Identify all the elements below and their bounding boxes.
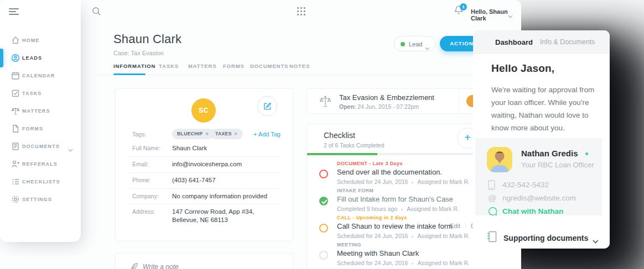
sidebar-item-label: LEADS bbox=[22, 55, 42, 61]
task-schedule: Scheduled for 24 Jun, 2016 bbox=[337, 178, 408, 185]
tab-matters[interactable]: MATTERS bbox=[188, 63, 217, 69]
edit-profile-button[interactable] bbox=[257, 96, 277, 116]
page-title: Shaun Clark bbox=[113, 32, 181, 46]
field-company: Company: No company information provided bbox=[116, 191, 294, 204]
chat-with-nathan-link[interactable]: Chat with Nathan bbox=[502, 207, 563, 215]
field-value: info@invoicesherpa.com bbox=[172, 160, 242, 168]
refferals-icon bbox=[11, 160, 20, 168]
calendar-icon bbox=[11, 71, 20, 80]
sidebar-item-checklists[interactable]: CHECKLISTS bbox=[0, 173, 81, 191]
leads-icon bbox=[11, 54, 20, 62]
sidebar-item-label: TASKS bbox=[22, 91, 41, 96]
sidebar-item-forms[interactable]: FORMS bbox=[0, 120, 81, 138]
tags-label: Tags: bbox=[132, 131, 146, 138]
field-label: Email: bbox=[132, 161, 148, 167]
field-value: (403) 641-7457 bbox=[172, 176, 216, 184]
sidebar-item-home[interactable]: HOME bbox=[0, 31, 81, 49]
edit-task-link[interactable]: Edit bbox=[450, 223, 460, 229]
panel-tab-bar: Dashboard Info & Documents bbox=[473, 30, 610, 54]
write-note-card[interactable]: Write a note bbox=[115, 253, 293, 269]
task-checkbox[interactable] bbox=[319, 251, 328, 260]
panel-tab-dashboard[interactable]: Dashboard bbox=[495, 38, 533, 46]
task-title: Meeting with Shaun Clark bbox=[337, 249, 419, 257]
task-meta: Completed 9 hours agoAssigned to Mark R. bbox=[337, 205, 459, 212]
notifications-bell-icon[interactable]: 1 bbox=[454, 5, 466, 16]
panel-tab-info-documents[interactable]: Info & Documents bbox=[540, 38, 595, 46]
chat-row[interactable]: Chat with Nathan bbox=[475, 206, 602, 218]
sidebar-item-label: SETTINGS bbox=[22, 197, 52, 202]
matters-icon bbox=[11, 107, 20, 115]
home-icon bbox=[11, 36, 20, 45]
sidebar-item-matters[interactable]: MATTERS bbox=[0, 102, 81, 120]
task-assignee: Assigned to Mark R. bbox=[417, 178, 470, 185]
checklist-progress-text: 2 of 6 Tasks Completed bbox=[324, 142, 385, 149]
remove-tag-icon[interactable]: ✕ bbox=[205, 131, 209, 136]
sidebar-item-settings[interactable]: SETTINGS bbox=[0, 191, 81, 208]
field-phone: Phone: (403) 641-7457 bbox=[116, 175, 294, 189]
scales-icon bbox=[319, 95, 332, 108]
field-value: 147 Cornrow Road, App #34, bbox=[172, 208, 254, 216]
officer-email[interactable]: ngredis@website.com bbox=[502, 194, 576, 202]
tab-forms[interactable]: FORMS bbox=[223, 63, 245, 69]
documents-icon bbox=[11, 142, 20, 151]
field-label: Company: bbox=[132, 193, 159, 199]
tabs-divider bbox=[98, 75, 521, 75]
chat-bubble-icon bbox=[488, 207, 497, 217]
task-schedule: Scheduled for 24 Jun, 2016 bbox=[337, 260, 408, 266]
officer-phone[interactable]: 432-542-5432 bbox=[502, 181, 549, 189]
sidebar-item-leads[interactable]: LEADS bbox=[0, 49, 81, 67]
case-open-date: Open: 24 Jun, 2015 - 07:22pm bbox=[339, 103, 419, 110]
task-checkbox-checked[interactable] bbox=[319, 197, 328, 205]
tab-notes[interactable]: NOTES bbox=[289, 63, 310, 69]
search-icon[interactable] bbox=[92, 7, 101, 16]
task-checkbox[interactable] bbox=[319, 170, 328, 178]
field-value-line2: Bellevue, NE 68113 bbox=[172, 216, 228, 224]
add-tag-link[interactable]: + Add Tag bbox=[253, 131, 281, 138]
task-assignee: Assigned to Mark R. bbox=[417, 233, 470, 239]
task-title: Send over all the documentation. bbox=[337, 168, 442, 176]
task-assignee: Assigned to Mark R. bbox=[417, 260, 470, 266]
sidebar-item-label: FORMS bbox=[22, 126, 43, 131]
forms-icon bbox=[11, 124, 20, 133]
case-open-label: Open: bbox=[339, 103, 356, 110]
sidebar-item-documents[interactable]: DOCUMENTS bbox=[0, 138, 81, 155]
page-subtitle: Case: Tax Evasion bbox=[113, 50, 164, 56]
chevron-down-icon[interactable] bbox=[508, 10, 513, 14]
sidebar-item-calendar[interactable]: CALENDAR bbox=[0, 67, 81, 85]
sidebar-item-refferals[interactable]: REFFERALS bbox=[0, 155, 81, 173]
tab-tasks[interactable]: TASKS bbox=[159, 63, 179, 69]
sidebar-item-tasks[interactable]: TASKS bbox=[0, 85, 81, 102]
field-email: Email: info@invoicesherpa.com bbox=[116, 159, 294, 173]
supporting-documents-toggle[interactable]: Supporting documents bbox=[473, 226, 610, 249]
sidebar-item-label: MATTERS bbox=[22, 108, 50, 114]
sidebar-item-label: CALENDAR bbox=[22, 73, 55, 78]
user-menu[interactable]: Hello, Shaun Clark bbox=[471, 8, 521, 22]
remove-tag-icon[interactable]: ✕ bbox=[234, 131, 238, 136]
tag-taxes[interactable]: TAXES✕ bbox=[210, 129, 243, 139]
tag-bluechip[interactable]: BLUECHIP✕ bbox=[172, 129, 214, 139]
task-title: Call Shaun to review the intake form bbox=[337, 222, 453, 230]
profile-card: SC Tags: BLUECHIP✕ TAXES✕ + Add Tag Full… bbox=[115, 88, 293, 241]
loan-officer-card: Nathan Gredis Your RBC Loan Officer 432-… bbox=[475, 138, 602, 215]
sidebar-item-label: CHECKLISTS bbox=[22, 179, 60, 184]
task-category: CALL - Upcoming in 2 days bbox=[337, 215, 407, 220]
task-meta: Scheduled for 24 Jun, 2016Assigned to Ma… bbox=[337, 233, 470, 239]
case-divider bbox=[459, 89, 459, 113]
tab-documents[interactable]: DOCUMENTS bbox=[250, 63, 288, 69]
menu-toggle-icon[interactable] bbox=[9, 8, 19, 15]
active-tab-underline bbox=[113, 73, 146, 75]
panel-message: We're waiting for approval from your loa… bbox=[491, 83, 598, 134]
tab-information[interactable]: INFORMATION bbox=[113, 63, 155, 69]
apps-grid-icon[interactable] bbox=[297, 7, 305, 15]
progress-fill bbox=[307, 153, 377, 155]
sidebar-item-label: HOME bbox=[22, 38, 39, 43]
case-title: Tax Evasion & Embezzlement bbox=[339, 93, 434, 102]
officer-role: Your RBC Loan Officer bbox=[521, 161, 594, 169]
status-dot bbox=[401, 42, 405, 46]
status-dropdown[interactable]: Lead bbox=[394, 36, 436, 51]
task-checkbox[interactable] bbox=[319, 224, 328, 233]
field-value: Shaun Clark bbox=[172, 144, 207, 152]
task-meta: Scheduled for 24 Jun, 2016Assigned to Ma… bbox=[337, 178, 470, 185]
panel-greeting: Hello Jason, bbox=[491, 62, 554, 75]
chevron-down-icon bbox=[593, 236, 599, 240]
